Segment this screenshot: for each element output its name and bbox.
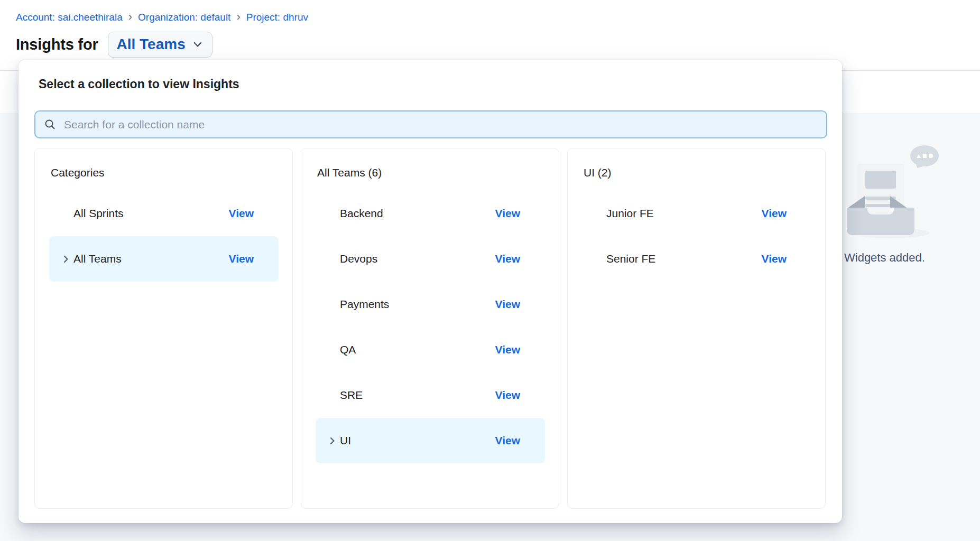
panel-header: Categories: [51, 166, 292, 180]
collection-dropdown-label: All Teams: [117, 36, 186, 53]
collection-name: Backend: [340, 207, 383, 220]
chevron-right-icon: [61, 236, 71, 282]
panel-header: UI (2): [584, 166, 825, 180]
search-field: [34, 110, 827, 138]
collection-dropdown-button[interactable]: All Teams: [108, 32, 212, 58]
chevron-right-icon: [327, 418, 337, 463]
collection-row[interactable]: Junior FE View: [582, 191, 811, 236]
chevron-down-icon: [192, 39, 204, 50]
speech-bubble-icon: [910, 145, 939, 166]
view-link[interactable]: View: [495, 298, 520, 311]
collection-row[interactable]: Senior FE View: [582, 236, 811, 282]
breadcrumb-separator-icon: ›: [128, 12, 132, 22]
breadcrumb-separator-icon: ›: [236, 12, 240, 22]
collection-name: QA: [340, 343, 356, 356]
collection-name: All Sprints: [73, 207, 124, 220]
view-link[interactable]: View: [495, 434, 520, 447]
breadcrumb-link[interactable]: Organization: default: [138, 12, 230, 23]
view-link[interactable]: View: [495, 389, 520, 402]
empty-state: Widgets added.: [840, 119, 980, 283]
collection-name: Senior FE: [606, 253, 655, 265]
view-link[interactable]: View: [495, 343, 520, 356]
collection-row[interactable]: Backend View: [316, 191, 545, 236]
heading-row: Insights for All Teams: [16, 31, 212, 58]
view-link[interactable]: View: [229, 207, 254, 220]
circle-glyph: [929, 154, 933, 158]
view-link[interactable]: View: [495, 253, 520, 265]
view-link[interactable]: View: [229, 253, 254, 265]
collection-row[interactable]: Devops View: [316, 236, 545, 282]
panel-body: Backend View Devops View Payments View Q…: [301, 191, 559, 463]
empty-state-text: Widgets added.: [844, 251, 925, 265]
search-icon: [44, 118, 56, 130]
inbox-tray-icon: [847, 208, 914, 235]
collection-panel: UI (2) Junior FE View Senior FE View: [567, 148, 826, 509]
collection-picker-modal: Select a collection to view Insights Cat…: [19, 60, 842, 523]
collection-name: Devops: [340, 253, 377, 265]
collection-row[interactable]: SRE View: [316, 372, 545, 418]
document-image-block: [865, 171, 896, 189]
breadcrumb-link[interactable]: Project: dhruv: [246, 12, 308, 23]
view-link[interactable]: View: [762, 207, 787, 220]
collection-name: All Teams: [73, 253, 122, 265]
collection-panel: All Teams (6) Backend View Devops View P…: [301, 148, 559, 509]
modal-title: Select a collection to view Insights: [39, 77, 239, 91]
collection-name: Junior FE: [606, 207, 654, 220]
breadcrumb-link[interactable]: Account: sai.cheethirala: [16, 12, 123, 23]
collection-name: SRE: [340, 389, 363, 402]
collection-panel: Categories All Sprints View All Teams Vi…: [34, 148, 293, 509]
collection-columns: Categories All Sprints View All Teams Vi…: [34, 148, 826, 509]
inbox-tray-notch: [867, 208, 894, 214]
collection-row[interactable]: UI View: [316, 418, 545, 463]
collection-name: UI: [340, 434, 351, 447]
page-title: Insights for: [16, 36, 98, 53]
collection-name: Payments: [340, 298, 389, 311]
collection-row[interactable]: Payments View: [316, 282, 545, 327]
breadcrumb: Account: sai.cheethirala›Organization: d…: [16, 12, 308, 23]
view-link[interactable]: View: [495, 207, 520, 220]
panel-body: Junior FE View Senior FE View: [568, 191, 825, 282]
panel-body: All Sprints View All Teams View: [35, 191, 292, 282]
inbox-flap-left: [847, 196, 865, 209]
triangle-glyph: [917, 154, 921, 158]
collection-row[interactable]: All Teams View: [49, 236, 279, 282]
view-link[interactable]: View: [762, 253, 787, 265]
insights-page: Widgets added. Account: sai.cheethirala›…: [0, 0, 980, 541]
collection-row[interactable]: QA View: [316, 327, 545, 372]
square-glyph: [923, 154, 927, 158]
search-input[interactable]: [63, 118, 818, 132]
panel-header: All Teams (6): [317, 166, 559, 180]
collection-row[interactable]: All Sprints View: [49, 191, 279, 236]
